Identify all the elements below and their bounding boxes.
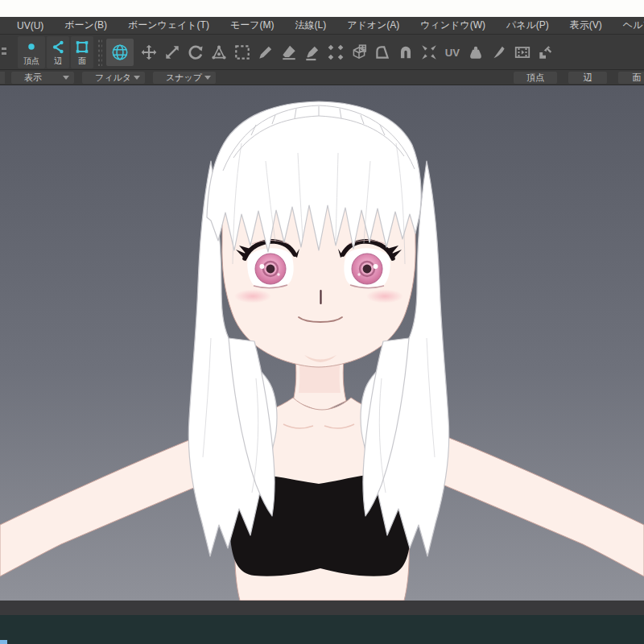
menu-addons[interactable]: アドオン(A) xyxy=(336,19,410,32)
edge-mode-button[interactable]: 辺 xyxy=(47,36,69,68)
move-icon[interactable] xyxy=(140,43,158,61)
edge-icon xyxy=(49,39,67,56)
clipped-tool-fragment xyxy=(2,44,10,60)
weight-icon[interactable] xyxy=(467,43,485,61)
menu-bone[interactable]: ボーン(B) xyxy=(54,19,118,32)
marker-icon[interactable] xyxy=(303,43,321,61)
pencil-icon[interactable] xyxy=(257,43,275,61)
view-option-bar: 表示 フィルタ スナップ 頂点 辺 面 xyxy=(0,70,644,85)
snap-dropdown-label: スナップ xyxy=(166,72,202,84)
face-icon xyxy=(73,39,91,56)
eraser-icon[interactable] xyxy=(280,43,298,61)
rotate-icon[interactable] xyxy=(187,43,204,61)
soft-transform-icon[interactable] xyxy=(210,43,228,61)
menu-uv[interactable]: UV(U) xyxy=(6,20,54,31)
bottom-teal-bar xyxy=(0,615,644,644)
model-blush-left xyxy=(234,290,271,303)
bottom-dark-strip xyxy=(0,601,644,615)
external-white-area xyxy=(0,0,644,17)
model-blush-right xyxy=(366,290,403,303)
chevron-down-icon xyxy=(63,76,69,80)
filter-dropdown-label: フィルタ xyxy=(95,72,131,84)
chevron-down-icon xyxy=(134,76,140,80)
anime-character-model xyxy=(0,85,644,601)
menu-view[interactable]: 表示(V) xyxy=(559,19,613,32)
menu-window[interactable]: ウィンドウ(W) xyxy=(410,19,496,32)
face-mode-label: 面 xyxy=(78,57,86,65)
menu-bone-weight[interactable]: ボーンウェイト(T) xyxy=(118,19,220,32)
vertex-mode-button[interactable]: 頂点 xyxy=(18,36,45,68)
edge-mode-label: 辺 xyxy=(54,57,62,65)
world-globe-icon xyxy=(110,43,130,62)
tool-icon-row: UV xyxy=(140,43,555,61)
snap-dropdown[interactable]: スナップ xyxy=(153,72,216,84)
menu-help[interactable]: ヘルプ(H) xyxy=(613,19,644,32)
select-edge-button[interactable]: 辺 xyxy=(568,72,607,84)
menu-panel[interactable]: パネル(P) xyxy=(496,19,559,32)
vertex-icon xyxy=(23,39,40,56)
display-dropdown-label: 表示 xyxy=(24,72,42,84)
select-face-button[interactable]: 面 xyxy=(618,72,644,84)
shape-icon[interactable] xyxy=(374,43,391,61)
rect-select-icon[interactable] xyxy=(233,43,251,61)
select-vertex-button[interactable]: 頂点 xyxy=(514,72,557,84)
svg-text:UV: UV xyxy=(445,46,460,58)
selection-target-group: 頂点 辺 面 xyxy=(514,72,644,84)
patch-icon[interactable] xyxy=(327,43,345,61)
toolbar-separator xyxy=(97,39,102,66)
world-transform-button[interactable] xyxy=(106,39,134,66)
animation-icon[interactable] xyxy=(514,43,531,61)
menu-normals[interactable]: 法線(L) xyxy=(284,19,336,32)
chevron-down-icon xyxy=(204,76,211,80)
magnet-icon[interactable] xyxy=(397,43,415,61)
clipped-button-fragment xyxy=(0,72,5,84)
viewport-3d[interactable] xyxy=(0,85,644,601)
main-toolbar: 頂点 辺 面 xyxy=(0,35,644,70)
display-dropdown[interactable]: 表示 xyxy=(11,72,74,84)
face-mode-button[interactable]: 面 xyxy=(71,36,93,68)
uv-edit-icon[interactable]: UV xyxy=(444,43,461,61)
knife-icon[interactable] xyxy=(490,43,508,61)
filter-dropdown[interactable]: フィルタ xyxy=(82,72,145,84)
vertex-mode-label: 頂点 xyxy=(23,57,39,65)
pinch-icon[interactable] xyxy=(420,43,438,61)
taskbar-blue-chip[interactable] xyxy=(0,640,7,644)
menu-morph[interactable]: モーフ(M) xyxy=(220,19,285,32)
cube-unwrap-icon[interactable] xyxy=(350,43,368,61)
retopology-icon[interactable] xyxy=(537,43,555,61)
menu-bar: UV(U) ボーン(B) ボーンウェイト(T) モーフ(M) 法線(L) アドオ… xyxy=(0,17,644,35)
scale-icon[interactable] xyxy=(163,43,181,61)
selection-mode-group: 頂点 辺 面 xyxy=(18,36,93,68)
